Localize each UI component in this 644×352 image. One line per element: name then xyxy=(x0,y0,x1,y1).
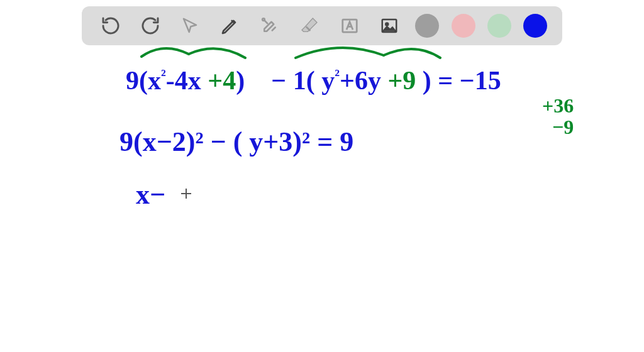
eq1-part-d: +4 xyxy=(208,66,236,95)
image-button[interactable] xyxy=(375,12,403,40)
svg-point-3 xyxy=(386,23,388,26)
redo-button[interactable] xyxy=(136,12,164,40)
equation-line-1: 9(x²-4x +4) − 1( y²+6y +9 ) = −15 xyxy=(126,65,501,96)
svg-point-0 xyxy=(262,18,265,21)
pointer-button[interactable] xyxy=(176,12,204,40)
eq1-part-i: +9 xyxy=(387,66,416,95)
eraser-icon xyxy=(299,16,319,36)
textbox-button[interactable] xyxy=(336,12,364,40)
eq1-part-h: +6y xyxy=(340,66,381,95)
pencil-button[interactable] xyxy=(216,12,244,40)
drawing-canvas[interactable]: 9(x²-4x +4) − 1( y²+6y +9 ) = −15 +36 −9… xyxy=(0,45,644,352)
color-gray[interactable] xyxy=(415,14,439,38)
color-mint[interactable] xyxy=(487,14,511,38)
eq1-part-e: ) xyxy=(236,66,245,95)
image-icon xyxy=(380,16,399,35)
eq1-part-a: 9(x xyxy=(126,66,161,95)
textbox-icon xyxy=(340,16,359,35)
tools-button[interactable] xyxy=(256,12,284,40)
drawing-cursor xyxy=(181,189,191,199)
eq1-part-j: ) = −15 xyxy=(423,66,501,95)
pointer-icon xyxy=(180,16,199,35)
undo-icon xyxy=(101,16,121,36)
redo-icon xyxy=(140,16,160,36)
eq1-part-b: ² xyxy=(161,66,166,84)
drawing-toolbar xyxy=(82,6,562,45)
tools-icon xyxy=(260,16,279,35)
eraser-button[interactable] xyxy=(296,12,323,40)
color-blue[interactable] xyxy=(523,14,547,38)
undo-button[interactable] xyxy=(97,12,125,40)
color-pink[interactable] xyxy=(452,14,475,38)
eq1-part-f: − 1( y xyxy=(271,66,335,95)
equation-line-3: x− xyxy=(136,179,165,211)
eq1-part-g: ² xyxy=(335,66,340,84)
equation-line-2: 9(x−2)² − ( y+3)² = 9 xyxy=(119,126,353,158)
side-calc-2: −9 xyxy=(552,116,574,139)
eq1-part-c: -4x xyxy=(166,66,201,95)
pencil-icon xyxy=(220,16,240,36)
side-calc-1: +36 xyxy=(542,94,574,118)
